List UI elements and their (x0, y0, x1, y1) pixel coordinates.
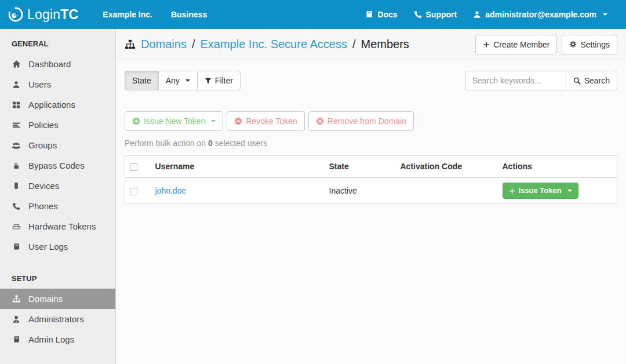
column-header-actions: Actions (498, 156, 617, 178)
users-icon (12, 141, 21, 150)
sidebar-item-label: Groups (28, 140, 57, 150)
filter-button[interactable]: Filter (197, 71, 241, 90)
table-header-row: Username State Activation Code Actions (125, 156, 617, 178)
sidebar-item-phones[interactable]: Phones (0, 196, 115, 216)
state-label-button[interactable]: State (125, 71, 159, 90)
bulk-actions-row: Issue New Token Revoke Token Remove from… (125, 111, 617, 131)
sidebar-item-label: Bypass Codes (28, 161, 85, 170)
select-all-checkbox[interactable] (130, 163, 137, 171)
remove-from-domain-button[interactable]: Remove from Domain (308, 111, 414, 131)
book-icon (365, 10, 373, 19)
selected-count: 0 (208, 139, 213, 148)
topnav-right: Docs Support administrator@example.com (357, 0, 616, 29)
sidebar-item-label: Policies (28, 120, 59, 130)
sitemap-icon (125, 39, 136, 50)
grid-icon (12, 101, 21, 109)
caret-down-icon (185, 79, 190, 82)
caret-down-icon (211, 120, 216, 122)
state-cell: Inactive (325, 177, 396, 204)
sidebar-item-label: Dashboard (28, 59, 71, 69)
plus-icon (483, 41, 490, 48)
sidebar-item-applications[interactable]: Applications (0, 94, 115, 115)
username-link[interactable]: john.doe (155, 186, 187, 195)
sidebar-item-domains[interactable]: Domains (0, 289, 115, 309)
topnav-left: Example Inc. Business (93, 0, 216, 29)
content-body: State Any Filter (116, 60, 626, 214)
topnav-item-business[interactable]: Business (162, 0, 216, 29)
logintc-swirl-icon (8, 7, 23, 22)
hdd-icon (12, 223, 21, 231)
sidebar-heading-general: GENERAL (0, 29, 115, 54)
sidebar-item-user-logs[interactable]: User Logs (0, 236, 115, 257)
issue-token-button[interactable]: Issue Token (503, 183, 578, 199)
breadcrumb-link-domains[interactable]: Domains (141, 38, 187, 51)
sidebar-item-dashboard[interactable]: Dashboard (0, 54, 115, 74)
create-member-button[interactable]: Create Member (475, 35, 557, 54)
sidebar-item-label: User Logs (28, 242, 68, 252)
admin-user-icon (12, 315, 21, 323)
column-header-username: Username (151, 156, 325, 178)
phone-icon (12, 202, 21, 210)
breadcrumb-separator: / (192, 38, 195, 51)
list-icon (12, 121, 21, 129)
sidebar-item-label: Hardware Tokens (28, 221, 96, 231)
filter-icon (205, 77, 212, 85)
sidebar-item-label: Devices (28, 181, 59, 191)
topnav-item-docs[interactable]: Docs (357, 0, 405, 29)
sidebar-item-admin-logs[interactable]: Admin Logs (0, 329, 115, 350)
sidebar-item-administrators[interactable]: Administrators (0, 309, 115, 329)
issue-new-token-button[interactable]: Issue New Token (125, 111, 223, 131)
revoke-token-button[interactable]: Revoke Token (227, 111, 304, 131)
sitemap-icon (12, 295, 21, 303)
settings-button[interactable]: Settings (562, 35, 617, 54)
topnav-item-example-inc[interactable]: Example Inc. (93, 0, 162, 29)
sidebar-item-users[interactable]: Users (0, 74, 115, 94)
sidebar-item-bypass-codes[interactable]: Bypass Codes (0, 155, 115, 176)
sidebar-item-hardware-tokens[interactable]: Hardware Tokens (0, 216, 115, 236)
sidebar-item-label: Phones (28, 201, 58, 211)
table-row: john.doe Inactive Issue Token (125, 177, 617, 204)
sidebar-item-label: Administrators (28, 314, 84, 324)
page-header: Domains / Example Inc. Secure Access / M… (116, 29, 626, 60)
column-header-activation-code: Activation Code (396, 156, 498, 178)
book-icon (12, 243, 21, 251)
phone-icon (414, 10, 422, 19)
breadcrumb-current-members: Members (361, 38, 409, 51)
topbar: LoginTC Example Inc. Business Docs Suppo… (0, 0, 626, 29)
home-icon (12, 60, 21, 68)
sidebar: GENERAL Dashboard Users Applications Pol… (0, 29, 116, 364)
book-icon (12, 336, 21, 344)
caret-down-icon (603, 13, 607, 16)
topnav-item-account[interactable]: administrator@example.com (465, 0, 616, 29)
breadcrumb: Domains / Example Inc. Secure Access / M… (125, 38, 409, 51)
row-checkbox[interactable] (130, 188, 137, 195)
times-circle-icon (316, 117, 324, 125)
gear-icon (569, 41, 577, 48)
main-content: Domains / Example Inc. Secure Access / M… (116, 29, 626, 364)
plus-icon (509, 188, 515, 194)
user-icon (12, 81, 21, 89)
search-button[interactable]: Search (566, 71, 617, 90)
user-icon (473, 10, 481, 19)
logintc-logo[interactable]: LoginTC (8, 7, 78, 23)
search-icon (573, 77, 581, 85)
sidebar-item-label: Applications (28, 100, 75, 110)
brand-text: LoginTC (27, 7, 78, 23)
sidebar-item-label: Domains (28, 294, 63, 304)
search-input[interactable] (465, 71, 566, 90)
sidebar-item-groups[interactable]: Groups (0, 135, 115, 155)
sidebar-item-label: Users (28, 79, 51, 89)
bulk-note: Perform bulk action on 0 selected users (125, 139, 617, 148)
sidebar-heading-setup: SETUP (0, 264, 115, 289)
plus-circle-icon (132, 117, 140, 125)
state-any-dropdown[interactable]: Any (158, 71, 198, 90)
breadcrumb-link-domain-name[interactable]: Example Inc. Secure Access (200, 38, 347, 51)
header-buttons: Create Member Settings (475, 35, 617, 54)
activation-code-cell (396, 177, 498, 204)
search-group: Search (465, 71, 617, 90)
caret-down-icon (567, 190, 572, 192)
sidebar-item-policies[interactable]: Policies (0, 115, 115, 135)
sidebar-item-devices[interactable]: Devices (0, 176, 115, 196)
topnav-item-support[interactable]: Support (406, 0, 465, 29)
mobile-icon (12, 181, 21, 190)
